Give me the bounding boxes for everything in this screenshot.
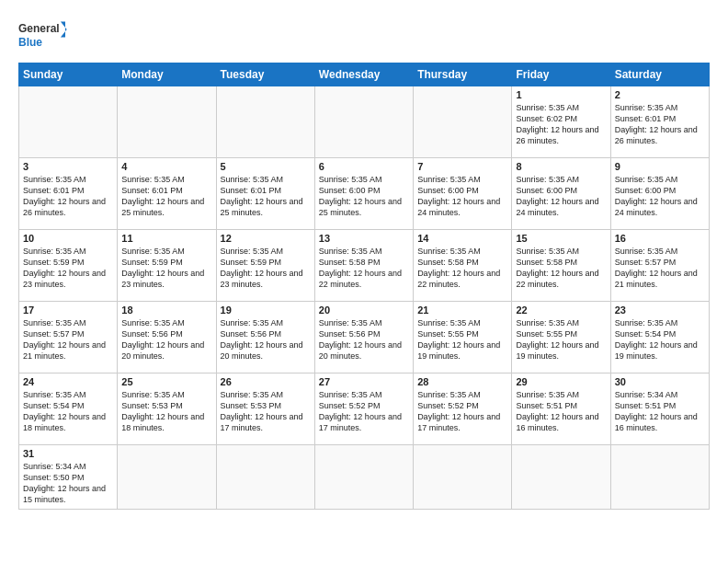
day-number: 3 — [23, 161, 113, 172]
day-info: Sunrise: 5:35 AM Sunset: 6:02 PM Dayligh… — [516, 102, 606, 147]
day-info: Sunrise: 5:35 AM Sunset: 5:59 PM Dayligh… — [121, 246, 211, 291]
calendar-cell — [19, 86, 118, 158]
day-number: 11 — [121, 233, 211, 244]
day-number: 13 — [319, 233, 409, 244]
calendar-cell: 22Sunrise: 5:35 AM Sunset: 5:55 PM Dayli… — [512, 302, 610, 373]
day-number: 17 — [23, 304, 113, 316]
svg-marker-2 — [61, 21, 67, 37]
day-number: 6 — [319, 161, 409, 172]
day-info: Sunrise: 5:35 AM Sunset: 5:56 PM Dayligh… — [221, 317, 311, 362]
calendar-cell: 28Sunrise: 5:35 AM Sunset: 5:52 PM Dayli… — [414, 373, 512, 445]
calendar-cell: 6Sunrise: 5:35 AM Sunset: 6:00 PM Daylig… — [314, 158, 413, 230]
calendar-cell: 25Sunrise: 5:35 AM Sunset: 5:53 PM Dayli… — [118, 373, 216, 445]
day-number: 18 — [121, 304, 211, 316]
day-number: 8 — [516, 161, 606, 172]
calendar-cell: 13Sunrise: 5:35 AM Sunset: 5:58 PM Dayli… — [314, 230, 413, 302]
calendar-cell: 4Sunrise: 5:35 AM Sunset: 6:01 PM Daylig… — [118, 158, 216, 230]
calendar-cell — [610, 445, 709, 510]
calendar-cell: 10Sunrise: 5:35 AM Sunset: 5:59 PM Dayli… — [19, 230, 118, 302]
week-row-2: 3Sunrise: 5:35 AM Sunset: 6:01 PM Daylig… — [19, 158, 710, 230]
calendar-cell: 15Sunrise: 5:35 AM Sunset: 5:58 PM Dayli… — [512, 230, 610, 302]
calendar-cell: 30Sunrise: 5:34 AM Sunset: 5:51 PM Dayli… — [610, 373, 709, 445]
day-number: 4 — [121, 161, 211, 172]
day-info: Sunrise: 5:35 AM Sunset: 6:00 PM Dayligh… — [417, 174, 507, 219]
day-number: 5 — [221, 161, 311, 172]
day-info: Sunrise: 5:34 AM Sunset: 5:51 PM Dayligh… — [615, 389, 705, 434]
day-number: 23 — [615, 304, 705, 316]
week-row-3: 10Sunrise: 5:35 AM Sunset: 5:59 PM Dayli… — [19, 230, 710, 302]
calendar-cell: 8Sunrise: 5:35 AM Sunset: 6:00 PM Daylig… — [512, 158, 610, 230]
day-number: 20 — [319, 304, 409, 316]
day-info: Sunrise: 5:35 AM Sunset: 6:01 PM Dayligh… — [23, 174, 113, 219]
calendar-cell: 23Sunrise: 5:35 AM Sunset: 5:54 PM Dayli… — [610, 302, 709, 373]
calendar-cell: 18Sunrise: 5:35 AM Sunset: 5:56 PM Dayli… — [118, 302, 216, 373]
calendar-cell: 11Sunrise: 5:35 AM Sunset: 5:59 PM Dayli… — [118, 230, 216, 302]
calendar-cell — [118, 86, 216, 158]
svg-text:General: General — [18, 22, 60, 35]
day-info: Sunrise: 5:35 AM Sunset: 5:58 PM Dayligh… — [319, 246, 409, 291]
day-info: Sunrise: 5:34 AM Sunset: 5:50 PM Dayligh… — [23, 461, 113, 506]
day-info: Sunrise: 5:35 AM Sunset: 6:01 PM Dayligh… — [615, 102, 705, 147]
calendar-cell: 27Sunrise: 5:35 AM Sunset: 5:52 PM Dayli… — [314, 373, 413, 445]
day-number: 30 — [615, 376, 705, 387]
calendar-cell: 5Sunrise: 5:35 AM Sunset: 6:01 PM Daylig… — [216, 158, 314, 230]
day-number: 15 — [516, 233, 606, 244]
calendar-cell: 17Sunrise: 5:35 AM Sunset: 5:57 PM Dayli… — [19, 302, 118, 373]
day-number: 10 — [23, 233, 113, 244]
day-number: 22 — [516, 304, 606, 316]
day-number: 27 — [319, 376, 409, 387]
week-row-4: 17Sunrise: 5:35 AM Sunset: 5:57 PM Dayli… — [19, 302, 710, 373]
day-number: 29 — [516, 376, 606, 387]
logo: General Blue — [18, 18, 74, 55]
calendar-cell: 16Sunrise: 5:35 AM Sunset: 5:57 PM Dayli… — [610, 230, 709, 302]
day-info: Sunrise: 5:35 AM Sunset: 5:54 PM Dayligh… — [615, 317, 705, 362]
calendar-cell: 9Sunrise: 5:35 AM Sunset: 6:00 PM Daylig… — [610, 158, 709, 230]
header: General Blue — [18, 15, 710, 55]
week-row-1: 1Sunrise: 5:35 AM Sunset: 6:02 PM Daylig… — [19, 86, 710, 158]
calendar-cell — [216, 86, 314, 158]
svg-text:Blue: Blue — [18, 36, 42, 49]
week-row-5: 24Sunrise: 5:35 AM Sunset: 5:54 PM Dayli… — [19, 373, 710, 445]
calendar-cell: 26Sunrise: 5:35 AM Sunset: 5:53 PM Dayli… — [216, 373, 314, 445]
day-info: Sunrise: 5:35 AM Sunset: 5:55 PM Dayligh… — [516, 317, 606, 362]
calendar-cell: 2Sunrise: 5:35 AM Sunset: 6:01 PM Daylig… — [610, 86, 709, 158]
day-number: 2 — [615, 89, 705, 100]
logo-svg: General Blue — [18, 18, 74, 55]
day-number: 28 — [417, 376, 507, 387]
calendar-cell: 20Sunrise: 5:35 AM Sunset: 5:56 PM Dayli… — [314, 302, 413, 373]
day-number: 1 — [516, 89, 606, 100]
day-info: Sunrise: 5:35 AM Sunset: 5:58 PM Dayligh… — [516, 246, 606, 291]
day-number: 19 — [221, 304, 311, 316]
calendar-cell — [314, 86, 413, 158]
calendar-cell: 14Sunrise: 5:35 AM Sunset: 5:58 PM Dayli… — [414, 230, 512, 302]
day-number: 26 — [221, 376, 311, 387]
calendar-cell: 31Sunrise: 5:34 AM Sunset: 5:50 PM Dayli… — [19, 445, 118, 510]
day-info: Sunrise: 5:35 AM Sunset: 6:01 PM Dayligh… — [221, 174, 311, 219]
day-info: Sunrise: 5:35 AM Sunset: 5:56 PM Dayligh… — [319, 317, 409, 362]
day-info: Sunrise: 5:35 AM Sunset: 6:00 PM Dayligh… — [516, 174, 606, 219]
day-info: Sunrise: 5:35 AM Sunset: 5:53 PM Dayligh… — [121, 389, 211, 434]
day-number: 14 — [417, 233, 507, 244]
day-number: 21 — [417, 304, 507, 316]
day-number: 25 — [121, 376, 211, 387]
day-header-saturday: Saturday — [610, 63, 709, 86]
day-info: Sunrise: 5:35 AM Sunset: 5:51 PM Dayligh… — [516, 389, 606, 434]
day-info: Sunrise: 5:35 AM Sunset: 5:55 PM Dayligh… — [417, 317, 507, 362]
day-info: Sunrise: 5:35 AM Sunset: 5:57 PM Dayligh… — [615, 246, 705, 291]
day-info: Sunrise: 5:35 AM Sunset: 5:58 PM Dayligh… — [417, 246, 507, 291]
day-number: 31 — [23, 448, 113, 459]
day-number: 7 — [417, 161, 507, 172]
day-header-sunday: Sunday — [19, 63, 118, 86]
calendar-cell: 24Sunrise: 5:35 AM Sunset: 5:54 PM Dayli… — [19, 373, 118, 445]
day-info: Sunrise: 5:35 AM Sunset: 5:53 PM Dayligh… — [221, 389, 311, 434]
day-header-friday: Friday — [512, 63, 610, 86]
day-info: Sunrise: 5:35 AM Sunset: 6:00 PM Dayligh… — [615, 174, 705, 219]
calendar-cell: 19Sunrise: 5:35 AM Sunset: 5:56 PM Dayli… — [216, 302, 314, 373]
calendar-table: SundayMondayTuesdayWednesdayThursdayFrid… — [18, 63, 710, 510]
calendar-cell — [314, 445, 413, 510]
calendar-cell — [118, 445, 216, 510]
day-info: Sunrise: 5:35 AM Sunset: 5:59 PM Dayligh… — [221, 246, 311, 291]
day-number: 16 — [615, 233, 705, 244]
day-info: Sunrise: 5:35 AM Sunset: 5:59 PM Dayligh… — [23, 246, 113, 291]
calendar-cell — [216, 445, 314, 510]
